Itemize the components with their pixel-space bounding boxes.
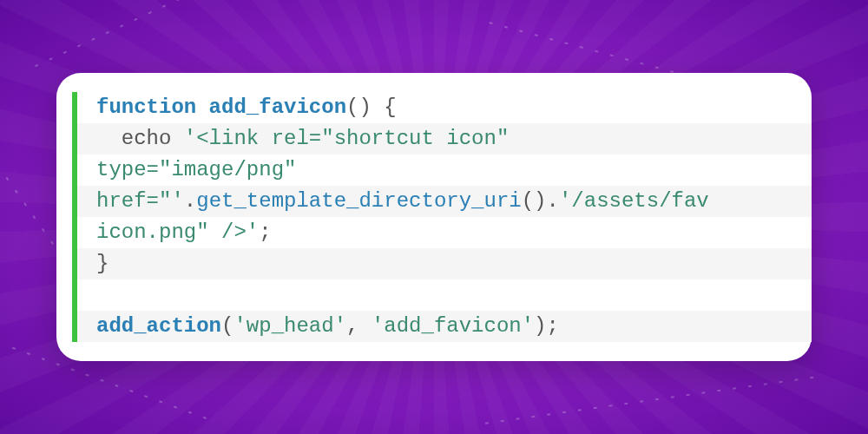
code-line-8: add_action('wp_head', 'add_favicon'); [77,311,812,342]
code-line-2: echo '<link rel="shortcut icon" [77,123,812,155]
code-text: echo [96,127,184,150]
function-call: add_action [96,314,221,338]
code-block: function add_favicon() { echo '<link rel… [72,92,786,342]
string-literal: 'add_favicon' [372,314,534,338]
string-literal: '/assets/fav [559,189,709,213]
string-literal: 'wp_head' [233,314,346,338]
code-text: ); [534,314,559,338]
function-name: add_favicon [196,95,346,119]
string-literal: href="' [96,189,184,213]
string-literal: icon.png" />' [96,220,259,244]
code-text: } [96,252,108,275]
code-line-5: icon.png" />'; [96,217,786,248]
code-line-6: } [77,248,812,279]
keyword-function: function [96,95,196,119]
code-text: . [184,189,196,213]
code-text: (). [522,189,559,213]
code-text [96,283,108,306]
code-text: ; [259,220,271,244]
code-line-4: href="'.get_template_directory_uri().'/a… [77,186,812,217]
code-line-7 [96,279,786,311]
code-text: , [346,314,372,338]
string-literal: type="image/png" [96,158,309,181]
code-snippet-card: function add_favicon() { echo '<link rel… [56,73,812,361]
code-text: () { [346,95,397,119]
code-line-3: type="image/png" [96,155,786,186]
code-text: ( [221,314,233,338]
code-line-1: function add_favicon() { [96,92,786,123]
string-literal: '<link rel="shortcut icon" [184,127,522,150]
function-call: get_template_directory_uri [196,189,521,213]
